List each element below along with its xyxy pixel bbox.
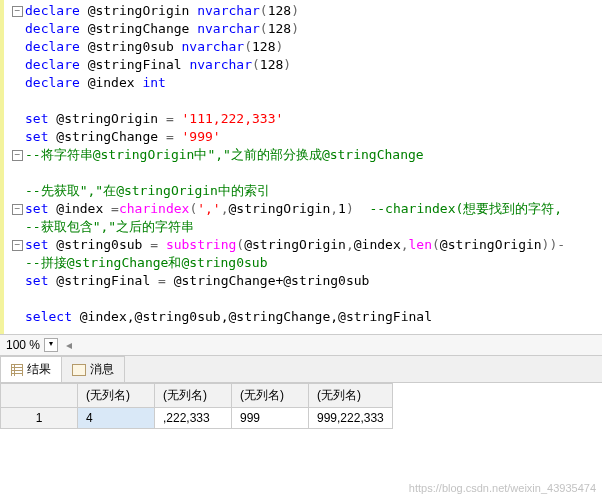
row-number[interactable]: 1	[1, 408, 78, 429]
column-header[interactable]: (无列名)	[232, 384, 309, 408]
table-row[interactable]: 1 4 ,222,333 999 999,222,333	[1, 408, 393, 429]
grid-cell[interactable]: ,222,333	[155, 408, 232, 429]
grid-cell[interactable]: 999	[232, 408, 309, 429]
column-header[interactable]: (无列名)	[309, 384, 393, 408]
zoom-scroll-left[interactable]: ◂	[66, 338, 72, 352]
fold-toggle[interactable]: −	[12, 6, 23, 17]
tab-messages-label: 消息	[90, 361, 114, 378]
tab-results[interactable]: 结果	[0, 356, 62, 382]
column-header[interactable]: (无列名)	[155, 384, 232, 408]
column-header[interactable]: (无列名)	[78, 384, 155, 408]
grid-cell[interactable]: 999,222,333	[309, 408, 393, 429]
results-grid[interactable]: (无列名) (无列名) (无列名) (无列名) 1 4 ,222,333 999…	[0, 383, 393, 429]
code-editor[interactable]: −declare @stringOrigin nvarchar(128) dec…	[0, 0, 602, 334]
tab-results-label: 结果	[27, 361, 51, 378]
tab-messages[interactable]: 消息	[61, 356, 125, 382]
zoom-dropdown[interactable]: ▾	[44, 338, 58, 352]
results-tabs: 结果 消息	[0, 356, 602, 383]
grid-cell[interactable]: 4	[78, 408, 155, 429]
fold-toggle[interactable]: −	[12, 240, 23, 251]
fold-toggle[interactable]: −	[12, 150, 23, 161]
grid-corner	[1, 384, 78, 408]
watermark: https://blog.csdn.net/weixin_43935474	[409, 482, 596, 494]
zoom-bar: 100 % ▾ ◂	[0, 334, 602, 356]
message-icon	[72, 364, 86, 376]
fold-toggle[interactable]: −	[12, 204, 23, 215]
zoom-level: 100 %	[6, 338, 40, 352]
grid-icon	[11, 364, 23, 376]
